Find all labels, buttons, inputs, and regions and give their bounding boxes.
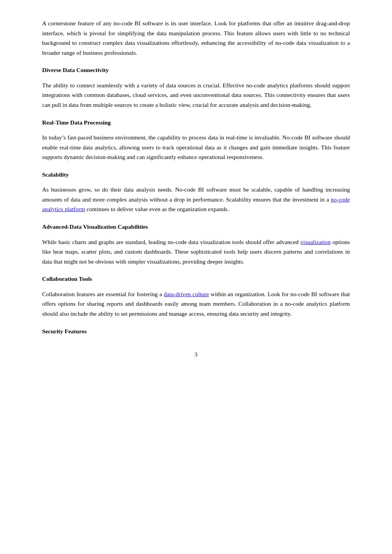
- collaboration-tools-paragraph: Collaboration features are essential for…: [42, 289, 350, 319]
- real-time-data-processing-heading: Real-Time Data Processing: [42, 118, 350, 128]
- security-features-heading: Security Features: [42, 326, 350, 336]
- security-features-section: Security Features: [42, 326, 350, 336]
- page: A cornerstone feature of any no-code BI …: [0, 0, 392, 554]
- scalability-section: Scalability As businesses grow, so do th…: [42, 170, 350, 214]
- scalability-text-after: continues to deliver value even as the o…: [85, 206, 229, 212]
- collaboration-tools-section: Collaboration Tools Collaboration featur…: [42, 274, 350, 318]
- intro-section: A cornerstone feature of any no-code BI …: [42, 18, 350, 57]
- collab-text-before: Collaboration features are essential for…: [42, 291, 164, 297]
- real-time-data-processing-paragraph: In today’s fast-paced business environme…: [42, 133, 350, 162]
- scalability-paragraph: As businesses grow, so do their data ana…: [42, 185, 350, 214]
- data-driven-culture-link[interactable]: data-driven culture: [164, 291, 209, 297]
- advanced-data-visualization-section: Advanced-Data Visualization Capabilities…: [42, 222, 350, 266]
- intro-paragraph: A cornerstone feature of any no-code BI …: [42, 18, 350, 57]
- scalability-heading: Scalability: [42, 170, 350, 180]
- advanced-data-visualization-heading: Advanced-Data Visualization Capabilities: [42, 222, 350, 232]
- advanced-data-visualization-paragraph: While basic charts and graphs are standa…: [42, 237, 350, 267]
- real-time-data-processing-section: Real-Time Data Processing In today’s fas…: [42, 118, 350, 162]
- diverse-data-connectivity-heading: Diverse Data Connectivity: [42, 65, 350, 75]
- page-number: 3: [42, 351, 350, 358]
- scalability-text-before: As businesses grow, so do their data ana…: [42, 186, 350, 203]
- diverse-data-connectivity-section: Diverse Data Connectivity The ability to…: [42, 65, 350, 110]
- advanced-viz-text-before: While basic charts and graphs are standa…: [42, 239, 301, 245]
- diverse-data-connectivity-paragraph: The ability to connect seamlessly with a…: [42, 80, 350, 110]
- visualization-link[interactable]: visualization: [301, 239, 331, 245]
- collaboration-tools-heading: Collaboration Tools: [42, 274, 350, 284]
